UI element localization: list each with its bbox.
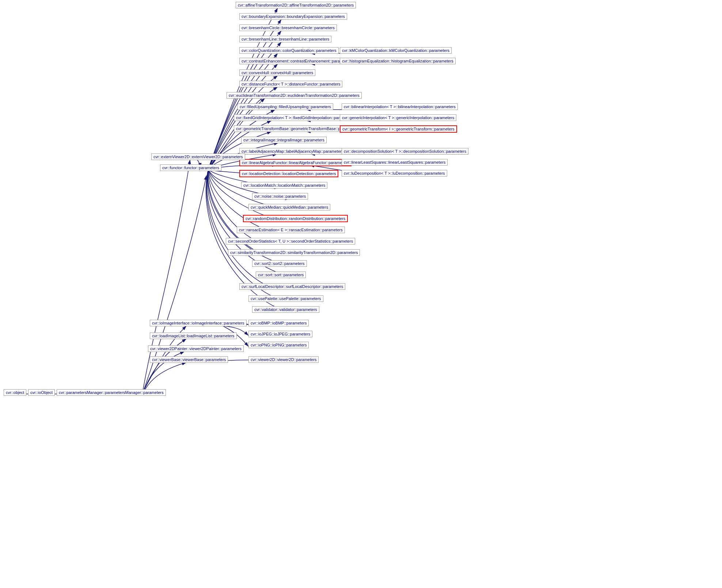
node-sort2[interactable]: cvr::sort2::sort2::parameters	[252, 260, 307, 267]
edges-svg	[0, 0, 722, 588]
node-quickMedian[interactable]: cvr::quickMedian::quickMedian::parameter…	[248, 204, 330, 210]
node-euclideanTransformation2D[interactable]: cvr::euclideanTransformation2D::euclidea…	[227, 92, 362, 99]
node-ransacEstimation[interactable]: cvr::ransacEstimation< E >::ransacEstima…	[237, 227, 345, 233]
node-externViewer2D[interactable]: cvr::externViewer2D::externViewer2D::par…	[151, 153, 245, 160]
node-integralImage[interactable]: cvr::integralImage::integralImage::param…	[241, 137, 327, 143]
node-loadImageList[interactable]: cvr::loadImageList::loadImageList::param…	[150, 333, 237, 339]
node-labelAdjacencyMap[interactable]: cvr::labelAdjacencyMap::labelAdjacencyMa…	[239, 148, 346, 155]
node-viewerBase[interactable]: cvr::viewerBase::viewerBase::parameters	[150, 356, 228, 363]
node-ioJPEG[interactable]: cvr::ioJPEG::ioJPEG::parameters	[248, 331, 312, 337]
node-viewer2D[interactable]: cvr::viewer2D::viewer2D::parameters	[248, 356, 319, 363]
node-ioPNG[interactable]: cvr::ioPNG::ioPNG::parameters	[248, 342, 309, 348]
node-viewer2DPainter[interactable]: cvr::viewer2DPainter::viewer2DPainter::p…	[148, 345, 244, 352]
node-luDecomposition[interactable]: cvr::luDecomposition< T >::luDecompositi…	[342, 170, 447, 177]
node-ioBMP[interactable]: cvr::ioBMP::ioBMP::parameters	[248, 320, 309, 326]
node-object[interactable]: cvr::object	[4, 389, 26, 396]
node-colorQuantization[interactable]: cvr::colorQuantization::colorQuantizatio…	[239, 47, 339, 54]
node-validator[interactable]: cvr::validator::validator::parameters	[252, 306, 319, 313]
node-surfLocalDescriptor[interactable]: cvr::surfLocalDescriptor::surfLocalDescr…	[239, 283, 345, 290]
node-randomDistribution[interactable]: cvr::randomDistribution::randomDistribut…	[243, 215, 348, 222]
node-linearLeastSquares[interactable]: cvr::linearLeastSquares::linearLeastSqua…	[342, 159, 448, 166]
node-convexHull[interactable]: cvr::convexHull::convexHull::parameters	[239, 69, 315, 76]
node-affineTransformation2D[interactable]: cvr::affineTransformation2D::affineTrans…	[236, 2, 356, 8]
node-genericInterpolation[interactable]: cvr::genericInterpolation< T >::genericI…	[340, 114, 456, 121]
node-sort[interactable]: cvr::sort::sort::parameters	[256, 272, 306, 278]
node-locationMatch[interactable]: cvr::locationMatch::locationMatch::param…	[241, 182, 327, 189]
node-ioObject[interactable]: cvr::ioObject	[28, 389, 55, 396]
node-parametersManager[interactable]: cvr::parametersManager::parametersManage…	[57, 389, 166, 396]
node-ioImageInterface[interactable]: cvr::ioImageInterface::ioImageInterface:…	[150, 320, 247, 326]
node-linearAlgebraFunctor[interactable]: cvr::linearAlgebraFunctor::linearAlgebra…	[239, 159, 352, 166]
node-histogramEqualization[interactable]: cvr::histogramEqualization::histogramEqu…	[340, 58, 456, 64]
node-usePalette[interactable]: cvr::usePalette::usePalette::parameters	[248, 295, 323, 302]
node-bilinearInterpolation[interactable]: cvr::bilinearInterpolation< T >::bilinea…	[342, 103, 458, 110]
node-geometricTransform[interactable]: cvr::geometricTransform< I >::geometricT…	[340, 125, 457, 133]
node-noise[interactable]: cvr::noise::noise::parameters	[252, 193, 308, 200]
node-decompositionSolution[interactable]: cvr::decompositionSolution< T >::decompo…	[342, 148, 468, 155]
node-contrastEnhancement[interactable]: cvr::contrastEnhancement::contrastEnhanc…	[239, 58, 354, 64]
node-boundaryExpansion[interactable]: cvr::boundaryExpansion::boundaryExpansio…	[239, 13, 347, 20]
node-functor[interactable]: cvr::functor::functor::parameters	[160, 164, 221, 171]
node-filledUpsampling[interactable]: cvr::filledUpsampling::filledUpsampling:…	[238, 103, 333, 110]
node-locationDetection[interactable]: cvr::locationDetection::locationDetectio…	[239, 170, 338, 177]
node-distanceFunctor[interactable]: cvr::distanceFunctor< T >::distanceFunct…	[239, 81, 342, 87]
diagram-container: cvr::affineTransformation2D::affineTrans…	[0, 0, 722, 588]
node-bresenhamCircle[interactable]: cvr::bresenhamCircle::bresenhamCircle::p…	[239, 24, 337, 31]
node-fixedGridInterpolation[interactable]: cvr::fixedGridInterpolation< T >::fixedG…	[234, 114, 356, 121]
node-secondOrderStatistics[interactable]: cvr::secondOrderStatistics< T, U >::seco…	[226, 238, 355, 244]
node-bresenhamLine[interactable]: cvr::bresenhamLine::bresenhamLine::param…	[239, 36, 331, 42]
node-kMColorQuantization[interactable]: cvr::kMColorQuantization::kMColorQuantiz…	[340, 47, 452, 54]
node-similarityTransformation2D[interactable]: cvr::similarityTransformation2D::similar…	[228, 249, 360, 256]
